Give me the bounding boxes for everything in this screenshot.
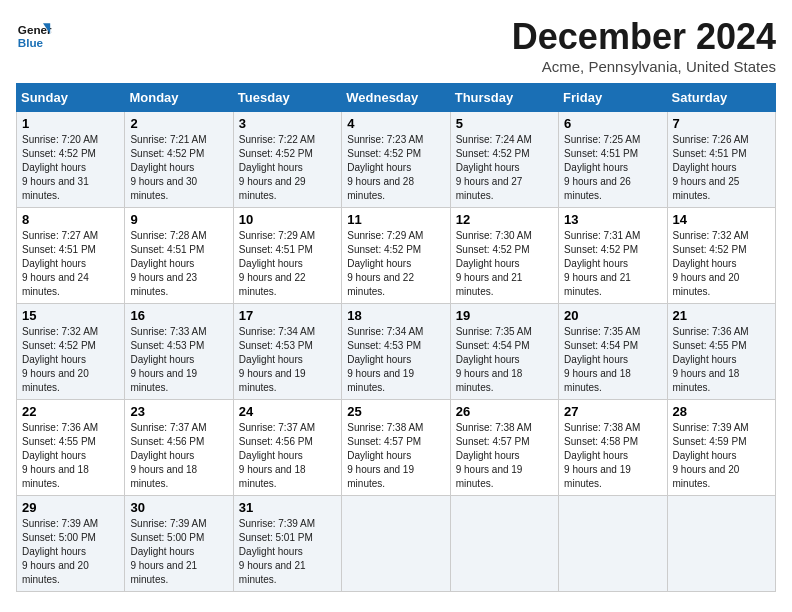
sunrise-label: Sunrise: 7:39 AM (22, 518, 98, 529)
cell-content: Sunrise: 7:35 AM Sunset: 4:54 PM Dayligh… (564, 325, 661, 395)
daylight-value: 9 hours and 23 minutes. (130, 272, 197, 297)
sunset-label: Sunset: 5:00 PM (22, 532, 96, 543)
table-row: 4 Sunrise: 7:23 AM Sunset: 4:52 PM Dayli… (342, 112, 450, 208)
day-number: 13 (564, 212, 661, 227)
day-number: 26 (456, 404, 553, 419)
daylight-value: 9 hours and 28 minutes. (347, 176, 414, 201)
daylight-label: Daylight hours (239, 162, 303, 173)
sunset-label: Sunset: 4:52 PM (564, 244, 638, 255)
cell-content: Sunrise: 7:33 AM Sunset: 4:53 PM Dayligh… (130, 325, 227, 395)
sunset-label: Sunset: 4:56 PM (239, 436, 313, 447)
day-number: 19 (456, 308, 553, 323)
day-number: 16 (130, 308, 227, 323)
logo-icon: General Blue (16, 16, 52, 52)
table-row: 16 Sunrise: 7:33 AM Sunset: 4:53 PM Dayl… (125, 304, 233, 400)
daylight-value: 9 hours and 18 minutes. (239, 464, 306, 489)
day-number: 29 (22, 500, 119, 515)
daylight-value: 9 hours and 21 minutes. (239, 560, 306, 585)
table-row: 12 Sunrise: 7:30 AM Sunset: 4:52 PM Dayl… (450, 208, 558, 304)
sunrise-label: Sunrise: 7:26 AM (673, 134, 749, 145)
daylight-label: Daylight hours (130, 546, 194, 557)
sunset-label: Sunset: 4:54 PM (456, 340, 530, 351)
daylight-label: Daylight hours (347, 162, 411, 173)
sunset-label: Sunset: 4:52 PM (673, 244, 747, 255)
cell-content: Sunrise: 7:37 AM Sunset: 4:56 PM Dayligh… (130, 421, 227, 491)
daylight-value: 9 hours and 18 minutes. (130, 464, 197, 489)
sunrise-label: Sunrise: 7:39 AM (673, 422, 749, 433)
sunrise-label: Sunrise: 7:29 AM (239, 230, 315, 241)
table-row (450, 496, 558, 592)
daylight-value: 9 hours and 19 minutes. (564, 464, 631, 489)
title-section: December 2024 Acme, Pennsylvania, United… (512, 16, 776, 75)
cell-content: Sunrise: 7:34 AM Sunset: 4:53 PM Dayligh… (239, 325, 336, 395)
table-row: 8 Sunrise: 7:27 AM Sunset: 4:51 PM Dayli… (17, 208, 125, 304)
daylight-value: 9 hours and 20 minutes. (673, 464, 740, 489)
table-row: 20 Sunrise: 7:35 AM Sunset: 4:54 PM Dayl… (559, 304, 667, 400)
cell-content: Sunrise: 7:37 AM Sunset: 4:56 PM Dayligh… (239, 421, 336, 491)
sunrise-label: Sunrise: 7:35 AM (564, 326, 640, 337)
daylight-label: Daylight hours (130, 450, 194, 461)
daylight-label: Daylight hours (239, 450, 303, 461)
sunset-label: Sunset: 4:57 PM (347, 436, 421, 447)
daylight-label: Daylight hours (130, 162, 194, 173)
daylight-label: Daylight hours (347, 450, 411, 461)
sunset-label: Sunset: 4:54 PM (564, 340, 638, 351)
sunset-label: Sunset: 4:51 PM (673, 148, 747, 159)
table-row: 30 Sunrise: 7:39 AM Sunset: 5:00 PM Dayl… (125, 496, 233, 592)
calendar-table: Sunday Monday Tuesday Wednesday Thursday… (16, 83, 776, 592)
table-row: 19 Sunrise: 7:35 AM Sunset: 4:54 PM Dayl… (450, 304, 558, 400)
sunrise-label: Sunrise: 7:24 AM (456, 134, 532, 145)
daylight-label: Daylight hours (673, 162, 737, 173)
day-number: 22 (22, 404, 119, 419)
sunset-label: Sunset: 4:57 PM (456, 436, 530, 447)
cell-content: Sunrise: 7:36 AM Sunset: 4:55 PM Dayligh… (22, 421, 119, 491)
table-row: 26 Sunrise: 7:38 AM Sunset: 4:57 PM Dayl… (450, 400, 558, 496)
daylight-label: Daylight hours (456, 258, 520, 269)
daylight-label: Daylight hours (22, 450, 86, 461)
sunrise-label: Sunrise: 7:34 AM (347, 326, 423, 337)
day-number: 15 (22, 308, 119, 323)
day-number: 6 (564, 116, 661, 131)
table-row: 6 Sunrise: 7:25 AM Sunset: 4:51 PM Dayli… (559, 112, 667, 208)
table-row: 22 Sunrise: 7:36 AM Sunset: 4:55 PM Dayl… (17, 400, 125, 496)
sunrise-label: Sunrise: 7:31 AM (564, 230, 640, 241)
day-number: 25 (347, 404, 444, 419)
sunset-label: Sunset: 4:52 PM (130, 148, 204, 159)
cell-content: Sunrise: 7:20 AM Sunset: 4:52 PM Dayligh… (22, 133, 119, 203)
daylight-label: Daylight hours (130, 258, 194, 269)
cell-content: Sunrise: 7:31 AM Sunset: 4:52 PM Dayligh… (564, 229, 661, 299)
daylight-label: Daylight hours (456, 450, 520, 461)
daylight-value: 9 hours and 20 minutes. (22, 560, 89, 585)
cell-content: Sunrise: 7:39 AM Sunset: 5:00 PM Dayligh… (130, 517, 227, 587)
calendar-row: 1 Sunrise: 7:20 AM Sunset: 4:52 PM Dayli… (17, 112, 776, 208)
daylight-value: 9 hours and 18 minutes. (564, 368, 631, 393)
cell-content: Sunrise: 7:26 AM Sunset: 4:51 PM Dayligh… (673, 133, 770, 203)
cell-content: Sunrise: 7:21 AM Sunset: 4:52 PM Dayligh… (130, 133, 227, 203)
daylight-label: Daylight hours (22, 546, 86, 557)
sunset-label: Sunset: 4:53 PM (347, 340, 421, 351)
sunrise-label: Sunrise: 7:36 AM (673, 326, 749, 337)
table-row: 7 Sunrise: 7:26 AM Sunset: 4:51 PM Dayli… (667, 112, 775, 208)
daylight-label: Daylight hours (564, 258, 628, 269)
table-row: 21 Sunrise: 7:36 AM Sunset: 4:55 PM Dayl… (667, 304, 775, 400)
sunset-label: Sunset: 4:53 PM (239, 340, 313, 351)
sunset-label: Sunset: 4:51 PM (22, 244, 96, 255)
sunset-label: Sunset: 4:52 PM (456, 244, 530, 255)
daylight-label: Daylight hours (673, 354, 737, 365)
daylight-value: 9 hours and 22 minutes. (347, 272, 414, 297)
cell-content: Sunrise: 7:22 AM Sunset: 4:52 PM Dayligh… (239, 133, 336, 203)
sunrise-label: Sunrise: 7:39 AM (239, 518, 315, 529)
table-row (342, 496, 450, 592)
col-sunday: Sunday (17, 84, 125, 112)
cell-content: Sunrise: 7:39 AM Sunset: 4:59 PM Dayligh… (673, 421, 770, 491)
cell-content: Sunrise: 7:39 AM Sunset: 5:01 PM Dayligh… (239, 517, 336, 587)
cell-content: Sunrise: 7:39 AM Sunset: 5:00 PM Dayligh… (22, 517, 119, 587)
daylight-value: 9 hours and 22 minutes. (239, 272, 306, 297)
col-saturday: Saturday (667, 84, 775, 112)
col-thursday: Thursday (450, 84, 558, 112)
table-row: 2 Sunrise: 7:21 AM Sunset: 4:52 PM Dayli… (125, 112, 233, 208)
cell-content: Sunrise: 7:30 AM Sunset: 4:52 PM Dayligh… (456, 229, 553, 299)
table-row (667, 496, 775, 592)
day-number: 24 (239, 404, 336, 419)
sunset-label: Sunset: 5:00 PM (130, 532, 204, 543)
